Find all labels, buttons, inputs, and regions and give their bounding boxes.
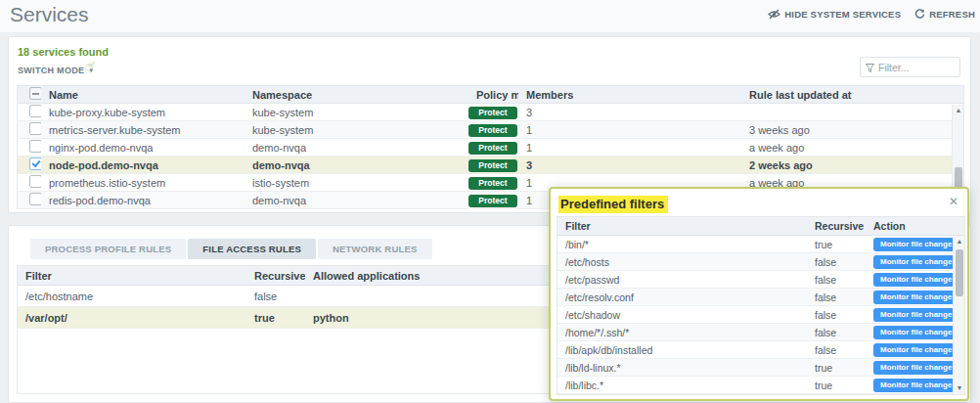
- column-header-filter[interactable]: Filter: [557, 220, 807, 232]
- tap-gesture-icon[interactable]: ☝: [82, 57, 96, 76]
- column-header-recursive[interactable]: Recursive: [807, 220, 866, 232]
- rule-recursive: true: [246, 312, 305, 324]
- close-icon[interactable]: ✕: [949, 195, 958, 208]
- monitor-file-change-button[interactable]: Monitor file change: [873, 238, 953, 251]
- predefined-filter-row[interactable]: /lib/apk/db/installedfalseMonitor file c…: [557, 341, 964, 359]
- service-rule-last-updated: 2 weeks ago: [741, 159, 952, 171]
- monitor-file-change-button[interactable]: Monitor file change: [873, 273, 953, 287]
- topbar-actions: HIDE SYSTEM SERVICES REFRESH: [768, 9, 975, 20]
- column-header-policy-mode[interactable]: Policy mode: [468, 89, 518, 101]
- column-header-name[interactable]: Name: [41, 89, 245, 101]
- scroll-up-icon[interactable]: ▲: [954, 236, 965, 247]
- predefined-filter-recursive: false: [807, 309, 866, 321]
- service-name: prometheus.istio-system: [41, 177, 245, 189]
- predefined-filter-row[interactable]: /bin/*trueMonitor file change: [557, 236, 964, 253]
- policy-mode-badge: Protect: [468, 177, 517, 190]
- eye-off-icon: [768, 9, 780, 20]
- predefined-filter-path: /home/*/.ssh/*: [557, 327, 807, 338]
- predefined-filter-row[interactable]: /etc/passwdfalseMonitor file change: [557, 271, 964, 289]
- tab-file-access-rules[interactable]: FILE ACCESS RULES: [188, 239, 316, 259]
- monitor-file-change-button[interactable]: Monitor file change: [873, 308, 953, 322]
- column-header-recursive[interactable]: Recursive: [246, 270, 305, 282]
- predefined-filter-recursive: false: [807, 291, 866, 303]
- predefined-filter-row[interactable]: /etc/resolv.conffalseMonitor file change: [557, 289, 964, 306]
- topbar: Services HIDE SYSTEM SERVICES REFRESH: [0, 0, 980, 32]
- tab-process-profile-rules[interactable]: PROCESS PROFILE RULES: [30, 239, 186, 259]
- row-checkbox[interactable]: [29, 157, 41, 170]
- row-checkbox[interactable]: [29, 105, 41, 117]
- predefined-filter-path: /lib/ld-linux.*: [557, 362, 807, 374]
- predefined-filter-recursive: false: [807, 344, 866, 356]
- rules-tabs: PROCESS PROFILE RULESFILE ACCESS RULESNE…: [30, 239, 432, 259]
- monitor-file-change-button[interactable]: Monitor file change: [873, 326, 953, 339]
- service-members: 1: [518, 124, 741, 136]
- row-checkbox[interactable]: [29, 140, 41, 153]
- service-members: 3: [518, 107, 741, 118]
- predefined-filter-recursive: false: [807, 327, 866, 338]
- hide-system-services-button[interactable]: HIDE SYSTEM SERVICES: [768, 9, 901, 20]
- predefined-filter-path: /etc/passwd: [557, 274, 807, 286]
- monitor-file-change-button[interactable]: Monitor file change: [873, 379, 953, 392]
- column-header-rule-last-updated[interactable]: Rule last updated at: [741, 89, 952, 101]
- column-header-namespace[interactable]: Namespace: [245, 89, 468, 101]
- predefined-filter-recursive: true: [807, 239, 866, 250]
- dialog-table-scrollbar[interactable]: ▲ ▼: [953, 236, 964, 394]
- policy-mode-badge: Protect: [468, 142, 517, 155]
- monitor-file-change-button[interactable]: Monitor file change: [873, 343, 953, 357]
- scrollbar-thumb[interactable]: [956, 249, 963, 296]
- predefined-filter-path: /bin/*: [557, 239, 807, 250]
- predefined-filter-recursive: true: [807, 380, 866, 391]
- select-all-checkbox[interactable]: [29, 87, 41, 100]
- scroll-up-icon[interactable]: ▲: [953, 105, 964, 116]
- predefined-filter-path: /etc/shadow: [557, 309, 807, 321]
- service-members: 3: [518, 159, 741, 171]
- predefined-filter-recursive: false: [807, 256, 866, 268]
- refresh-button[interactable]: REFRESH: [914, 9, 975, 20]
- predefined-filter-recursive: false: [807, 274, 866, 286]
- service-rule-last-updated: a week ago: [741, 142, 952, 154]
- rule-recursive: false: [246, 291, 305, 302]
- predefined-filter-row[interactable]: /etc/hostsfalseMonitor file change: [557, 253, 964, 271]
- policy-mode-badge: Protect: [468, 159, 517, 172]
- column-header-filter[interactable]: Filter: [18, 270, 246, 282]
- service-namespace: kube-system: [245, 107, 468, 118]
- service-row[interactable]: kube-proxy.kube-systemkube-systemProtect…: [18, 104, 963, 121]
- page-title: Services: [10, 3, 89, 26]
- column-header-members[interactable]: Members: [518, 89, 741, 101]
- service-row[interactable]: metrics-server.kube-systemkube-systemPro…: [18, 121, 963, 139]
- row-checkbox[interactable]: [29, 175, 41, 188]
- monitor-file-change-button[interactable]: Monitor file change: [873, 361, 953, 375]
- dialog-table-header: Filter Recursive Action: [557, 217, 964, 236]
- service-row[interactable]: nginx-pod.demo-nvqademo-nvqaProtect1a we…: [18, 139, 963, 157]
- service-name: redis-pod.demo-nvqa: [41, 195, 245, 206]
- predefined-filter-path: /lib/apk/db/installed: [557, 344, 807, 356]
- monitor-file-change-button[interactable]: Monitor file change: [873, 255, 953, 269]
- services-filter-input[interactable]: [878, 62, 955, 73]
- predefined-filter-row[interactable]: /lib/libc.*trueMonitor file change: [557, 377, 964, 394]
- service-namespace: istio-system: [245, 177, 468, 189]
- predefined-filter-row[interactable]: /etc/shadowfalseMonitor file change: [557, 306, 964, 324]
- column-header-action[interactable]: Action: [866, 220, 953, 232]
- rule-filter: /etc/hostname: [18, 291, 246, 302]
- scroll-down-icon[interactable]: ▼: [954, 382, 965, 394]
- dialog-title: Predefined filters: [558, 196, 668, 213]
- predefined-filter-row[interactable]: /home/*/.ssh/*falseMonitor file change: [557, 324, 964, 341]
- service-namespace: demo-nvqa: [245, 159, 468, 171]
- service-members: 1: [518, 142, 741, 154]
- predefined-filter-path: /etc/resolv.conf: [557, 291, 807, 303]
- predefined-filters-table: Filter Recursive Action /bin/*trueMonito…: [557, 216, 965, 395]
- tab-network-rules[interactable]: NETWORK RULES: [318, 239, 432, 259]
- service-rule-last-updated: 3 weeks ago: [741, 124, 952, 136]
- service-name: node-pod.demo-nvqa: [41, 159, 245, 171]
- services-table-header: Name Namespace Policy mode Members Rule …: [18, 86, 963, 104]
- funnel-icon: [866, 59, 874, 76]
- service-row[interactable]: node-pod.demo-nvqademo-nvqaProtect32 wee…: [18, 157, 963, 174]
- row-checkbox[interactable]: [29, 193, 41, 205]
- row-checkbox[interactable]: [29, 122, 41, 135]
- predefined-filter-row[interactable]: /lib/ld-linux.*trueMonitor file change: [557, 359, 964, 377]
- predefined-filters-dialog: Predefined filters ✕ Filter Recursive Ac…: [549, 187, 969, 401]
- refresh-icon: [914, 9, 925, 20]
- policy-mode-badge: Protect: [468, 195, 517, 207]
- monitor-file-change-button[interactable]: Monitor file change: [873, 291, 953, 304]
- predefined-filter-recursive: true: [807, 362, 866, 374]
